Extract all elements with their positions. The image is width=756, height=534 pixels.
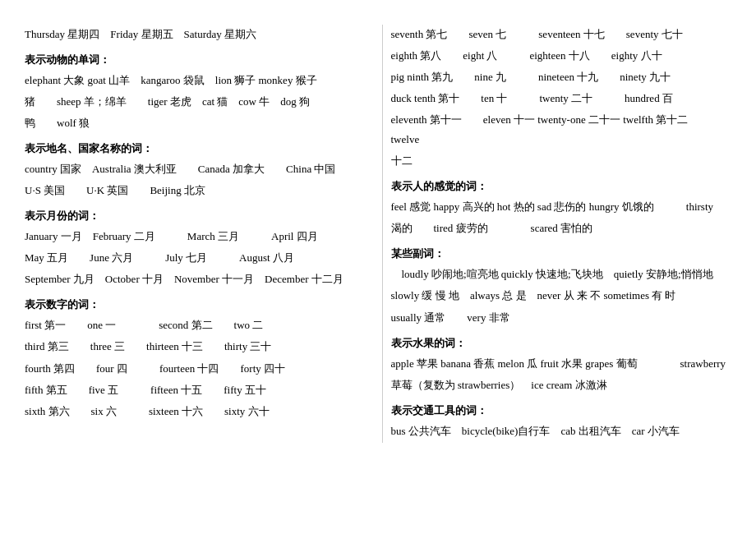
fruit-line-1: apple 苹果 banana 香蕉 melon 瓜 fruit 水果 grap… <box>391 354 732 374</box>
feeling-line-1: feel 感觉 happy 高兴的 hot 热的 sad 悲伤的 hungry … <box>391 197 732 217</box>
number-line-3: fourth 第四 four 四 fourteen 十四 forty 四十 <box>25 359 366 379</box>
right-top-line-3: pig ninth 第九 nine 九 nineteen 十九 ninety 九… <box>391 67 732 87</box>
right-top-line-1: seventh 第七 seven 七 seventeen 十七 seventy … <box>391 25 732 44</box>
place-lines: country 国家 Australia 澳大利亚 Canada 加拿大 Chi… <box>25 159 366 200</box>
number-section-title: 表示数字的词： <box>25 297 366 312</box>
right-column: seventh 第七 seven 七 seventeen 十七 seventy … <box>382 25 732 443</box>
animal-section-title: 表示动物的单词： <box>25 53 366 67</box>
main-layout: Thursday 星期四 Friday 星期五 Saturday 星期六 表示动… <box>25 25 731 443</box>
adverb-line-3: usually 通常 very 非常 <box>391 308 732 328</box>
number-line-4: fifth 第五 five 五 fifteen 十五 fifty 五十 <box>25 380 366 400</box>
place-section-title: 表示地名、国家名称的词： <box>25 141 366 156</box>
place-line-1: country 国家 Australia 澳大利亚 Canada 加拿大 Chi… <box>25 159 366 179</box>
number-lines: first 第一 one 一 second 第二 two 二 third 第三 … <box>25 315 366 421</box>
fruit-lines: apple 苹果 banana 香蕉 melon 瓜 fruit 水果 grap… <box>391 354 732 395</box>
adverb-section-title: 某些副词： <box>391 246 732 261</box>
adverb-lines: loudly 吵闹地;喧亮地 quickly 快速地;飞块地 quietly 安… <box>391 265 732 327</box>
animal-line-2: 猪 sheep 羊；绵羊 tiger 老虎 cat 猫 cow 牛 dog 狗 <box>25 92 366 112</box>
feeling-lines: feel 感觉 happy 高兴的 hot 热的 sad 悲伤的 hungry … <box>391 197 732 238</box>
place-line-2: U·S 美国 U·K 英国 Beijing 北京 <box>25 181 366 200</box>
number-line-2: third 第三 three 三 thirteen 十三 thirty 三十 <box>25 337 366 357</box>
right-top-line-6: 十二 <box>391 151 732 171</box>
transport-section-title: 表示交通工具的词： <box>391 403 732 418</box>
month-line-1: January 一月 February 二月 March 三月 April 四月 <box>25 227 366 246</box>
left-column: Thursday 星期四 Friday 星期五 Saturday 星期六 表示动… <box>25 25 382 443</box>
feeling-section-title: 表示人的感觉的词： <box>391 179 732 194</box>
fruit-line-2: 草莓（复数为 strawberries） ice cream 冰激淋 <box>391 375 732 395</box>
month-section-title: 表示月份的词： <box>25 209 366 223</box>
number-line-1: first 第一 one 一 second 第二 two 二 <box>25 315 366 335</box>
right-top-lines: seventh 第七 seven 七 seventeen 十七 seventy … <box>391 25 732 171</box>
right-top-line-4: duck tenth 第十 ten 十 twenty 二十 hundred 百 <box>391 89 732 108</box>
adverb-line-1: loudly 吵闹地;喧亮地 quickly 快速地;飞块地 quietly 安… <box>391 265 732 284</box>
month-lines: January 一月 February 二月 March 三月 April 四月… <box>25 227 366 289</box>
right-top-line-2: eighth 第八 eight 八 eighteen 十八 eighty 八十 <box>391 46 732 66</box>
adverb-line-2: slowly 缓 慢 地 always 总 是 never 从 来 不 some… <box>391 286 732 306</box>
transport-lines: bus 公共汽车 bicycle(bike)自行车 cab 出租汽车 car 小… <box>391 421 732 441</box>
animal-line-3: 鸭 wolf 狼 <box>25 113 366 133</box>
month-line-2: May 五月 June 六月 July 七月 August 八月 <box>25 248 366 268</box>
days-line: Thursday 星期四 Friday 星期五 Saturday 星期六 <box>25 25 366 44</box>
animal-line-1: elephant 大象 goat 山羊 kangaroo 袋鼠 lion 狮子 … <box>25 71 366 90</box>
animal-lines: elephant 大象 goat 山羊 kangaroo 袋鼠 lion 狮子 … <box>25 71 366 133</box>
right-top-line-5: eleventh 第十一 eleven 十一 twenty-one 二十一 tw… <box>391 110 732 150</box>
month-line-3: September 九月 October 十月 November 十一月 Dec… <box>25 269 366 289</box>
fruit-section-title: 表示水果的词： <box>391 336 732 351</box>
feeling-line-2: 渴的 tired 疲劳的 scared 害怕的 <box>391 219 732 238</box>
transport-line-1: bus 公共汽车 bicycle(bike)自行车 cab 出租汽车 car 小… <box>391 421 732 441</box>
number-line-5: sixth 第六 six 六 sixteen 十六 sixty 六十 <box>25 402 366 421</box>
